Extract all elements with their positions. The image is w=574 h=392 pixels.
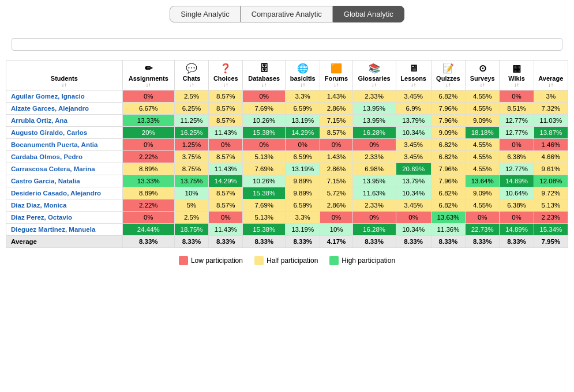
cell-value: 6.9% [396,103,431,115]
cell-value: 11.43% [209,127,243,139]
col-header-glossaries[interactable]: 📚Glossaries↓↑ [352,61,396,91]
cell-value: 3.75% [174,151,208,163]
tab-comparative-analytic[interactable]: Comparative Analytic [241,6,333,22]
col-header-lessons[interactable]: 🖥Lessons↓↑ [396,61,431,91]
cell-value: 6.38% [500,199,534,212]
student-name[interactable]: Dieguez Martinez, Manuela [6,224,123,236]
cell-value: 10.34% [396,187,431,199]
table-row: Diaz Perez, Octavio0%2.5%0%5.13%3.3%0%0%… [6,212,568,224]
cell-value: 0% [466,212,500,224]
cell-value: 0% [209,139,243,151]
average-cell: 8.33% [243,236,286,248]
cell-value: 9.09% [431,127,465,139]
basicitis-icon: 🌐 [287,63,318,74]
cell-value: 10% [174,187,208,199]
legend-label: Low participation [191,257,243,265]
cell-value: 3.45% [396,91,431,103]
col-header-chats[interactable]: 💬Chats↓↑ [174,61,208,91]
table-row: Augusto Giraldo, Carlos20%16.25%11.43%15… [6,127,568,139]
col-header-forums[interactable]: 🟧Forums↓↑ [320,61,352,91]
table-row: Desiderio Casado, Alejandro8.89%10%8.57%… [6,187,568,199]
cell-value: 9.72% [534,187,568,199]
student-name[interactable]: Bocanumenth Puerta, Antia [6,139,123,151]
cell-value: 0% [500,91,534,103]
col-header-surveys[interactable]: ⊙Surveys↓↑ [466,61,500,91]
cell-value: 10.34% [396,224,431,236]
cell-value: 3.45% [396,151,431,163]
table-row: Cardaba Olmos, Pedro2.22%3.75%8.57%5.13%… [6,151,568,163]
student-name[interactable]: Diaz Diaz, Monica [6,199,123,212]
cell-value: 13.33% [122,115,174,127]
cell-value: 13.95% [352,115,396,127]
cell-value: 3.3% [285,91,320,103]
cell-value: 7.69% [243,163,286,175]
cell-value: 6.82% [431,199,465,212]
cell-value: 13.79% [396,115,431,127]
cell-value: 2.33% [352,151,396,163]
tab-single-analytic[interactable]: Single Analytic [170,6,241,22]
average-row: Average8.33%8.33%8.33%8.33%8.33%4.17%8.3… [6,236,568,248]
cell-value: 6.98% [352,163,396,175]
student-name[interactable]: Aguilar Gomez, Ignacio [6,91,123,103]
col-header-assignments[interactable]: ✏Assignments↓↑ [122,61,174,91]
cell-value: 4.55% [466,91,500,103]
cell-value: 10.26% [243,175,286,187]
legend-color-box [179,256,188,265]
cell-value: 0% [500,212,534,224]
cell-value: 8.57% [209,103,243,115]
cell-value: 13.95% [352,175,396,187]
choices-icon: ❓ [211,63,241,74]
legend-item: Low participation [179,256,243,265]
col-header-databases[interactable]: 🗄Databases↓↑ [243,61,286,91]
cell-value: 13.95% [352,103,396,115]
cell-value: 12.77% [500,127,534,139]
cell-value: 7.69% [243,103,286,115]
cell-value: 15.38% [243,224,286,236]
cell-value: 14.89% [500,175,534,187]
student-name[interactable]: Alzate Garces, Alejandro [6,103,123,115]
legend-label: High participation [342,257,395,265]
student-name[interactable]: Arrubla Ortiz, Ana [6,115,123,127]
cell-value: 2.23% [534,212,568,224]
student-name[interactable]: Desiderio Casado, Alejandro [6,187,123,199]
cell-value: 4.55% [466,139,500,151]
col-header-wikis[interactable]: ▦Wikis↓↑ [500,61,534,91]
cell-value: 13.79% [396,175,431,187]
student-name[interactable]: Castro Garcia, Natalia [6,175,123,187]
student-name[interactable]: Diaz Perez, Octavio [6,212,123,224]
col-header-basicitis[interactable]: 🌐basicItis↓↑ [285,61,320,91]
cell-value: 2.22% [122,199,174,212]
average-cell: 8.33% [396,236,431,248]
cell-value: 24.44% [122,224,174,236]
average-cell: 8.33% [431,236,465,248]
cell-value: 14.29% [209,175,243,187]
col-header-students[interactable]: Students ↓↑ [6,61,123,91]
tab-global-analytic[interactable]: Global Analytic [333,6,404,22]
student-name[interactable]: Carrascosa Cotera, Marina [6,163,123,175]
cell-value: 6.59% [285,103,320,115]
cell-value: 2.33% [352,91,396,103]
cell-value: 0% [320,139,352,151]
cell-value: 5.13% [243,212,286,224]
cell-value: 12.77% [500,115,534,127]
cell-value: 15.34% [534,224,568,236]
average-cell: 8.33% [352,236,396,248]
cell-value: 0% [285,139,320,151]
cell-value: 2.5% [174,91,208,103]
student-name[interactable]: Cardaba Olmos, Pedro [6,151,123,163]
col-header-average[interactable]: Average↓↑ [534,61,568,91]
cell-value: 6.82% [431,151,465,163]
cell-value: 5.13% [534,199,568,212]
cell-value: 11.43% [209,163,243,175]
table-wrapper: Students ↓↑ ✏Assignments↓↑💬Chats↓↑❓Choic… [0,60,574,248]
col-header-choices[interactable]: ❓Choices↓↑ [209,61,243,91]
student-name[interactable]: Augusto Giraldo, Carlos [6,127,123,139]
data-table: Students ↓↑ ✏Assignments↓↑💬Chats↓↑❓Choic… [6,60,568,248]
cell-value: 8.89% [122,163,174,175]
col-header-quizzes[interactable]: 📝Quizzes↓↑ [431,61,465,91]
cell-value: 0% [352,212,396,224]
legend-color-box [254,256,264,265]
average-cell: 7.95% [534,236,568,248]
cell-value: 4.55% [466,163,500,175]
cell-value: 9.09% [466,187,500,199]
